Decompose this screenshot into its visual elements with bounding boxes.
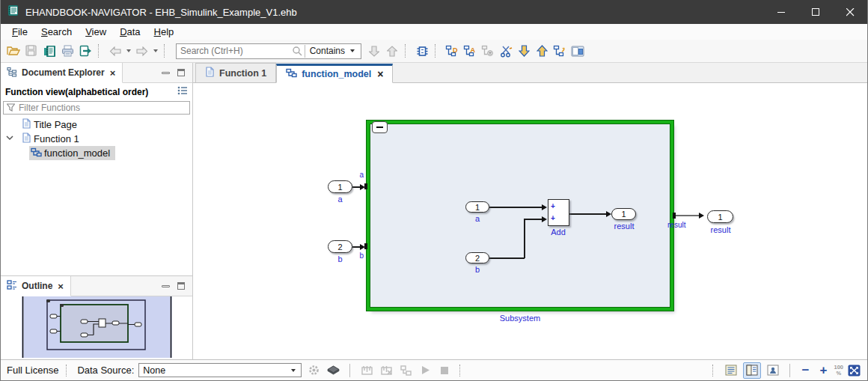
minimize-button[interactable]	[764, 0, 798, 24]
show-preview-pane-button[interactable]	[569, 43, 586, 59]
open-file-button[interactable]	[5, 43, 22, 59]
inport-a[interactable]: 1	[465, 201, 489, 213]
external-outport-result[interactable]: 1	[707, 210, 733, 223]
app-logo-icon	[7, 4, 19, 19]
go-to-parent-button[interactable]	[551, 43, 568, 59]
statusbar-separator	[66, 365, 70, 377]
chevron-down-icon	[350, 49, 355, 52]
external-inport-b[interactable]: 2	[328, 240, 352, 253]
tab-function-model[interactable]: function_model ×	[276, 64, 393, 83]
document-icon	[22, 132, 31, 145]
panel-minimize-button[interactable]	[162, 72, 170, 74]
signal-wire	[569, 213, 607, 215]
data-source-settings-button[interactable]	[306, 363, 321, 378]
collapse-subsystem-button[interactable]	[372, 121, 388, 133]
svg-text:A: A	[471, 46, 476, 53]
tab-document-explorer[interactable]: Document Explorer ×	[1, 63, 123, 83]
panel-minimize-button[interactable]	[162, 285, 170, 287]
forward-history-dropdown[interactable]	[153, 49, 158, 52]
left-sidebar: Document Explorer × Function view(alphab…	[1, 63, 193, 359]
calibration-view-button[interactable]	[359, 363, 374, 378]
inport-a-label: a	[461, 214, 494, 223]
calibration-remove-button[interactable]	[379, 363, 394, 378]
split-view-button[interactable]	[743, 362, 761, 379]
arrowhead	[542, 204, 547, 210]
tree-item-function-1[interactable]: Function 1	[1, 132, 192, 146]
close-icon[interactable]: ×	[57, 281, 64, 292]
menu-view[interactable]: View	[79, 25, 113, 39]
external-outport-result-label: result	[702, 225, 739, 234]
close-icon[interactable]: ×	[109, 67, 117, 79]
close-button[interactable]	[833, 0, 867, 24]
inport-b[interactable]: 2	[465, 252, 489, 263]
border-port-label-b: b	[353, 252, 364, 260]
function-tree: Title Page Function 1 function_model	[1, 118, 192, 160]
database-icon[interactable]	[326, 363, 340, 378]
menu-data[interactable]: Data	[113, 25, 147, 39]
panel-maximize-button[interactable]	[177, 69, 185, 76]
zoom-out-button[interactable]: −	[798, 363, 813, 378]
cut-branch-button[interactable]	[498, 43, 514, 59]
step-into-button[interactable]	[516, 43, 532, 59]
menu-help[interactable]: Help	[147, 25, 181, 39]
single-page-view-button[interactable]	[722, 362, 740, 379]
signal-wire	[524, 219, 525, 258]
model-icon	[286, 68, 297, 80]
play-button[interactable]	[418, 363, 433, 378]
zoom-100-button[interactable]: 100 %	[834, 365, 843, 376]
calibration-transfer-button[interactable]	[398, 363, 413, 378]
document-icon	[205, 67, 215, 79]
presenter-view-button[interactable]	[764, 362, 782, 379]
arrowhead	[699, 213, 704, 219]
status-bar: Full License Data Source: None − + 100 %	[1, 359, 867, 380]
data-source-label: Data Source:	[77, 365, 134, 376]
menu-file[interactable]: File	[5, 25, 34, 39]
panel-maximize-button[interactable]	[177, 282, 185, 290]
export-button[interactable]	[77, 43, 94, 59]
add-block-label: Add	[536, 228, 581, 237]
border-port-label-a: a	[353, 171, 364, 179]
match-mode-dropdown[interactable]: Contains	[305, 44, 361, 58]
hide-elements-button[interactable]	[480, 43, 496, 59]
save-button[interactable]	[23, 43, 40, 59]
show-data-view-button[interactable]: D	[444, 43, 460, 59]
chevron-expanded-icon[interactable]	[5, 133, 14, 144]
sum-plus-sign: +	[551, 203, 555, 210]
find-previous-button[interactable]	[384, 43, 400, 59]
tree-item-function-model[interactable]: function_model	[1, 146, 192, 160]
title-bar: EHANDBOOK-NAVIGATOR - EHB_Simulink_Examp…	[1, 0, 867, 24]
back-history-dropdown[interactable]	[126, 49, 131, 52]
outline-thumbnail[interactable]	[1, 296, 192, 361]
diagram-canvas[interactable]: Subsystem 1 a a 2 b b 1 a	[193, 83, 867, 359]
open-handbook-button[interactable]	[41, 43, 58, 59]
outline-tab-bar: Outline ×	[1, 276, 192, 296]
find-next-button[interactable]	[366, 43, 382, 59]
signal-wire	[489, 257, 525, 259]
sum-plus-sign: +	[551, 215, 555, 222]
outport-result[interactable]: 1	[611, 208, 636, 220]
filter-functions-input[interactable]	[19, 103, 186, 113]
tab-outline[interactable]: Outline ×	[1, 276, 71, 296]
port-stub	[673, 213, 676, 219]
show-all-view-button[interactable]: A	[462, 43, 478, 59]
view-menu-icon[interactable]	[177, 86, 188, 97]
show-model-block-button[interactable]	[414, 43, 430, 59]
step-out-button[interactable]	[534, 43, 550, 59]
search-input[interactable]	[177, 46, 290, 56]
statusbar-separator	[789, 364, 790, 377]
menu-search[interactable]: Search	[34, 25, 79, 39]
tree-item-title-page[interactable]: Title Page	[1, 118, 192, 132]
print-button[interactable]	[59, 43, 76, 59]
navigate-forward-button[interactable]	[134, 43, 150, 59]
arrowhead	[542, 216, 547, 222]
external-inport-a[interactable]: 1	[328, 180, 352, 193]
fit-to-screen-button[interactable]	[846, 363, 861, 378]
close-tab-icon[interactable]: ×	[377, 68, 383, 80]
tab-function-1[interactable]: Function 1	[195, 63, 276, 82]
zoom-in-button[interactable]: +	[816, 363, 831, 378]
stop-button[interactable]	[437, 363, 452, 378]
data-source-select[interactable]: None	[138, 363, 302, 377]
maximize-button[interactable]	[798, 0, 833, 24]
navigate-back-button[interactable]	[107, 43, 123, 59]
explorer-body: Function view(alphabetical order) Title …	[1, 83, 192, 275]
